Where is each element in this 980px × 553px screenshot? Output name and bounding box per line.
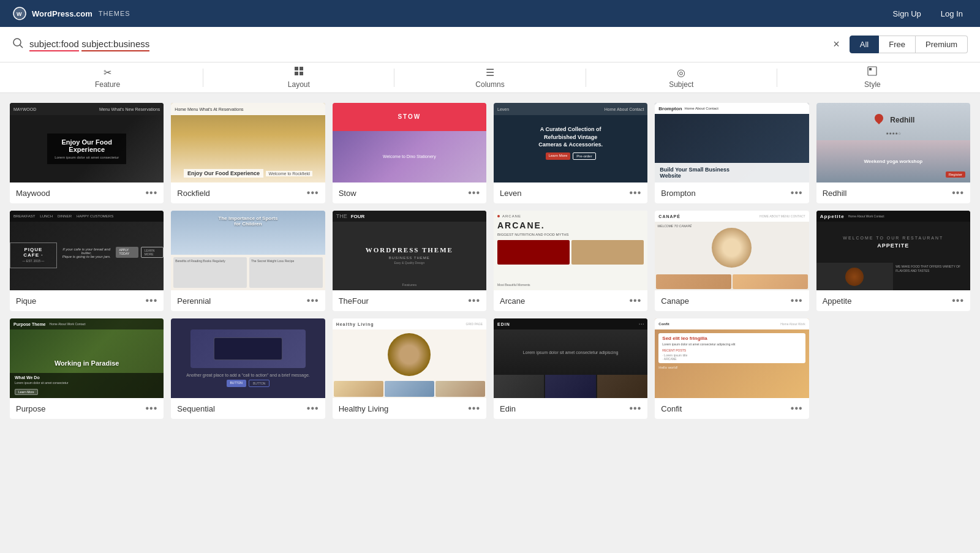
wordpress-logo-icon: W (12, 6, 27, 21)
theme-thumb-pique: BREAKFASTLUNCHDINNERHAPPY CUSTOMERS PIQU… (10, 211, 164, 290)
theme-thumb-purpose: Purpose Theme Home About Work Contact Wo… (10, 318, 164, 398)
svg-rect-9 (869, 68, 872, 70)
filter-subject-label: Subject (669, 80, 693, 89)
search-clear-button[interactable]: × (833, 38, 840, 51)
theme-info-healthyliving: Healthy Living ••• (333, 398, 486, 419)
theme-card-purpose[interactable]: Purpose Theme Home About Work Contact Wo… (10, 318, 164, 419)
theme-info-canape: Canape ••• (655, 290, 809, 311)
theme-name-brompton: Brompton (661, 189, 695, 198)
filter-tab-premium[interactable]: Premium (916, 36, 968, 53)
theme-card-brompton[interactable]: Brompton Home About Contact Build Your S… (655, 103, 809, 203)
theme-menu-canape[interactable]: ••• (791, 295, 803, 306)
theme-name-leven: Leven (500, 189, 521, 198)
theme-menu-redhill[interactable]: ••• (952, 187, 964, 198)
theme-menu-sequential[interactable]: ••• (307, 403, 319, 414)
theme-menu-healthyliving[interactable]: ••• (468, 403, 480, 414)
theme-name-healthyliving: Healthy Living (339, 404, 389, 413)
theme-card-edin[interactable]: EDIN • • • Lorem ipsum dolor sit amet co… (494, 318, 647, 419)
theme-menu-thefour[interactable]: ••• (468, 295, 480, 306)
theme-name-appetite: Appetite (823, 296, 852, 306)
theme-info-confit: Confit ••• (655, 398, 809, 419)
login-button[interactable]: Log In (936, 7, 968, 21)
search-tag-business: subject:business (81, 37, 149, 51)
theme-thumb-thefour: THEFOUR WORDPRESS THEME BUSINESS THEME E… (333, 211, 486, 290)
maywood-thumb-title: Enjoy Our FoodExperience (55, 138, 119, 153)
theme-card-thefour[interactable]: THEFOUR WORDPRESS THEME BUSINESS THEME E… (333, 211, 486, 311)
theme-card-stow[interactable]: STOW Welcome to Dino Stationery Stow ••• (333, 103, 486, 203)
theme-card-canape[interactable]: CANAPÉ HOME ABOUT MENU CONTACT WELCOME T… (655, 211, 809, 311)
theme-thumb-arcane: ARCANE ARCANE. BIGGEST NUTRITION AND FOO… (494, 211, 647, 290)
theme-menu-pique[interactable]: ••• (146, 295, 158, 306)
theme-menu-arcane[interactable]: ••• (630, 295, 642, 306)
theme-name-edin: Edin (500, 404, 516, 413)
theme-menu-maywood[interactable]: ••• (146, 187, 158, 198)
theme-menu-purpose[interactable]: ••• (146, 403, 158, 414)
theme-card-pique[interactable]: BREAKFASTLUNCHDINNERHAPPY CUSTOMERS PIQU… (10, 211, 164, 311)
theme-menu-leven[interactable]: ••• (630, 187, 642, 198)
leven-thumb-text: A Curated Collection ofRefurbished Vinta… (532, 119, 609, 166)
theme-menu-appetite[interactable]: ••• (952, 295, 964, 306)
theme-thumb-rockfield: Home Menu What's At Reservations Enjoy O… (171, 103, 325, 182)
filter-tab-free[interactable]: Free (879, 36, 916, 53)
filter-tabs: All Free Premium (850, 36, 968, 53)
theme-thumb-sequential: Another great place to add a "call to ac… (171, 318, 325, 398)
filter-layout[interactable]: Layout (203, 61, 394, 94)
theme-menu-edin[interactable]: ••• (630, 403, 642, 414)
theme-thumb-healthyliving: Healthy Living GRID PAGE (333, 318, 486, 398)
theme-info-purpose: Purpose ••• (10, 398, 164, 419)
search-bar: subject:food subject:business × All Free… (0, 27, 980, 62)
theme-name-stow: Stow (339, 189, 356, 198)
search-icon (12, 37, 23, 51)
theme-thumb-edin: EDIN • • • Lorem ipsum dolor sit amet co… (494, 318, 647, 398)
theme-card-redhill[interactable]: Redhill ★★★★☆ Register Weekend yoga work… (816, 103, 970, 203)
theme-thumb-redhill: Redhill ★★★★☆ Register Weekend yoga work… (816, 103, 970, 182)
site-header: W WordPress.com THEMES Sign Up Log In (0, 0, 980, 27)
theme-info-redhill: Redhill ••• (816, 182, 970, 203)
theme-card-sequential[interactable]: Another great place to add a "call to ac… (171, 318, 325, 419)
theme-name-rockfield: Rockfield (177, 189, 209, 198)
theme-name-pique: Pique (16, 296, 36, 306)
theme-card-healthyliving[interactable]: Healthy Living GRID PAGE Healthy Living … (333, 318, 486, 419)
filter-subject[interactable]: ◎ Subject (586, 62, 777, 94)
theme-info-sequential: Sequential ••• (171, 398, 325, 419)
theme-info-thefour: TheFour ••• (333, 290, 486, 311)
svg-rect-4 (295, 67, 298, 70)
signup-button[interactable]: Sign Up (888, 7, 926, 21)
filter-columns[interactable]: ☰ Columns (394, 62, 585, 94)
filter-tab-all[interactable]: All (850, 36, 879, 53)
theme-card-maywood[interactable]: MAYWOODMenu What's New Reservations Enjo… (10, 103, 164, 203)
theme-menu-stow[interactable]: ••• (468, 187, 480, 198)
theme-name-confit: Confit (661, 404, 682, 413)
theme-info-brompton: Brompton ••• (655, 182, 809, 203)
filter-style[interactable]: Style (777, 61, 968, 94)
theme-card-rockfield[interactable]: Home Menu What's At Reservations Enjoy O… (171, 103, 325, 203)
svg-rect-7 (300, 72, 303, 75)
subject-icon: ◎ (677, 67, 685, 78)
svg-text:W: W (17, 11, 22, 17)
theme-card-confit[interactable]: Confit Home About Work Sed elit leo frin… (655, 318, 809, 419)
filter-feature[interactable]: ✂ Feature (12, 62, 203, 94)
svg-rect-5 (300, 67, 303, 70)
style-icon (867, 66, 877, 78)
theme-info-maywood: Maywood ••• (10, 182, 164, 203)
theme-name-sequential: Sequential (177, 404, 214, 413)
theme-menu-perennial[interactable]: ••• (307, 295, 319, 306)
theme-menu-confit[interactable]: ••• (791, 403, 803, 414)
theme-name-canape: Canape (661, 296, 689, 306)
filter-layout-label: Layout (288, 80, 310, 89)
theme-thumb-leven: LevenHome About Contact A Curated Collec… (494, 103, 647, 182)
theme-card-arcane[interactable]: ARCANE ARCANE. BIGGEST NUTRITION AND FOO… (494, 211, 647, 311)
theme-menu-rockfield[interactable]: ••• (307, 187, 319, 198)
theme-thumb-confit: Confit Home About Work Sed elit leo frin… (655, 318, 809, 398)
theme-info-stow: Stow ••• (333, 182, 486, 203)
theme-name-maywood: Maywood (16, 189, 50, 198)
theme-name-perennial: Perennial (177, 296, 211, 306)
theme-card-perennial[interactable]: The Importance of Sportsfor Children Ben… (171, 211, 325, 311)
filter-row: ✂ Feature Layout ☰ Columns ◎ Subject Sty… (0, 62, 980, 93)
theme-thumb-appetite: Appetite Home About Work Contact WELCOME… (816, 211, 970, 290)
theme-info-appetite: Appetite ••• (816, 290, 970, 311)
theme-card-appetite[interactable]: Appetite Home About Work Contact WELCOME… (816, 211, 970, 311)
theme-menu-brompton[interactable]: ••• (791, 187, 803, 198)
filter-feature-label: Feature (95, 80, 120, 89)
theme-card-leven[interactable]: LevenHome About Contact A Curated Collec… (494, 103, 647, 203)
